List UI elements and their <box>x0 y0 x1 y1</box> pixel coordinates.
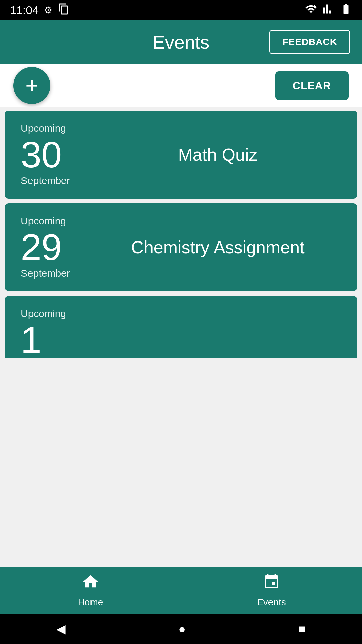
event-month-1: September <box>21 175 70 186</box>
add-event-button[interactable]: + <box>13 67 50 104</box>
battery-icon <box>340 3 352 17</box>
home-icon <box>82 573 99 594</box>
event-label-2: Upcoming <box>21 215 66 227</box>
event-card-1[interactable]: Upcoming 30 September Math Quiz <box>5 111 357 199</box>
settings-icon: ⚙ <box>44 5 52 16</box>
action-bar: + CLEAR <box>0 64 362 107</box>
status-left: 11:04 ⚙ <box>10 3 70 17</box>
event-date-3: Upcoming 1 <box>21 308 341 358</box>
back-button[interactable]: ◀ <box>46 619 76 639</box>
event-date-1: Upcoming 30 September <box>21 123 95 186</box>
events-list: Upcoming 30 September Math Quiz Upcoming… <box>0 107 362 567</box>
feedback-button[interactable]: FEEDBACK <box>269 30 350 54</box>
nav-item-home[interactable]: Home <box>0 568 181 612</box>
status-right <box>305 3 352 17</box>
bottom-nav: Home Events <box>0 567 362 614</box>
event-day-3: 1 <box>21 321 41 358</box>
system-nav: ◀ ● ■ <box>0 614 362 644</box>
signal-icon <box>322 3 335 17</box>
event-date-2: Upcoming 29 September <box>21 215 95 279</box>
app-header: Events FEEDBACK <box>0 20 362 64</box>
wifi-icon <box>305 3 317 17</box>
calendar-icon <box>263 573 280 594</box>
nav-label-events: Events <box>257 597 286 608</box>
status-bar: 11:04 ⚙ <box>0 0 362 20</box>
status-time: 11:04 <box>10 4 39 17</box>
clipboard-icon <box>58 3 70 17</box>
event-card-2[interactable]: Upcoming 29 September Chemistry Assignme… <box>5 203 357 291</box>
event-label-1: Upcoming <box>21 123 66 134</box>
nav-item-events[interactable]: Events <box>181 568 362 612</box>
home-button[interactable]: ● <box>168 619 196 639</box>
event-title-2: Chemistry Assignment <box>95 236 341 258</box>
event-day-2: 29 <box>21 229 62 266</box>
event-title-1: Math Quiz <box>95 144 341 166</box>
event-month-2: September <box>21 268 70 279</box>
nav-label-home: Home <box>78 597 103 608</box>
page-title: Events <box>152 31 209 53</box>
recent-button[interactable]: ■ <box>288 619 316 639</box>
clear-button[interactable]: CLEAR <box>275 71 349 100</box>
event-day-1: 30 <box>21 136 62 173</box>
event-label-3: Upcoming <box>21 308 66 319</box>
event-card-3[interactable]: Upcoming 1 <box>5 296 357 358</box>
